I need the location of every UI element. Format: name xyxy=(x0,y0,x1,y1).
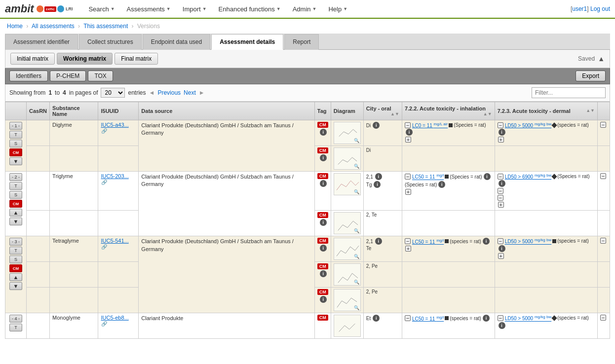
row3-iuuid-link[interactable]: IUC5-541... xyxy=(101,238,128,244)
row3b-zoom-icon[interactable]: 🔍 xyxy=(354,280,359,285)
row4-iuuid-link[interactable]: IUC5-eb8... xyxy=(101,315,128,321)
row2-tox-dermal-minus[interactable]: − xyxy=(498,174,503,180)
row2b-info-icon[interactable]: i xyxy=(320,219,327,226)
row4-dermal-info[interactable]: i xyxy=(499,322,505,329)
final-matrix-button[interactable]: Final matrix xyxy=(115,53,158,65)
row2-ld50-link[interactable]: LD50 > 6900 mg/kg bw xyxy=(505,173,552,180)
row3-lc50-link[interactable]: LC50 = 11 mg/l xyxy=(412,238,444,245)
collapse-button[interactable]: ▲ xyxy=(598,55,605,63)
row3-zoom-icon[interactable]: 🔍 xyxy=(354,254,359,259)
tab-assessment-details[interactable]: Assessment details xyxy=(211,34,283,50)
tab-endpoint-data-used[interactable]: Endpoint data used xyxy=(143,34,210,50)
nav-assessments[interactable]: Assessments ▼ xyxy=(121,0,177,18)
row4-t-button[interactable]: T xyxy=(9,324,22,331)
row2b-diagram[interactable]: 🔍 xyxy=(334,212,361,234)
user-link[interactable]: user1 xyxy=(572,5,587,12)
nav-search[interactable]: Search ▼ xyxy=(82,0,120,18)
tab-assessment-identifier[interactable]: Assessment identifier xyxy=(5,34,78,50)
tox-dermal-sort-icon[interactable]: ▲▼ xyxy=(586,108,595,113)
tab-collect-structures[interactable]: Collect structures xyxy=(79,34,142,50)
row3-tox-inhal-minus[interactable]: − xyxy=(405,238,411,244)
working-matrix-button[interactable]: Working matrix xyxy=(57,53,113,65)
row1-remove-button[interactable]: − xyxy=(600,122,606,128)
row1-zoom-icon[interactable]: 🔍 xyxy=(354,138,359,143)
row1-ld50-link[interactable]: LD50 > 5000 mg/kg bw xyxy=(505,122,552,128)
nav-enhanced-functions[interactable]: Enhanced functions ▼ xyxy=(213,0,287,18)
row2-tox-dermal-minus3[interactable]: − xyxy=(498,195,503,201)
row1-tox-dermal-minus[interactable]: − xyxy=(498,122,503,128)
row3-tox-dermal-plus[interactable]: + xyxy=(498,253,504,259)
row3-diagram[interactable]: 🔍 xyxy=(334,238,361,260)
row3-s-button[interactable]: S xyxy=(9,255,22,263)
row1-tox-inhal-plus[interactable]: + xyxy=(405,137,411,143)
tab-report[interactable]: Report xyxy=(284,34,319,50)
breadcrumb-home[interactable]: Home xyxy=(7,23,23,30)
row1-s-button[interactable]: S xyxy=(9,140,22,147)
row1-diagram[interactable]: 🔍 xyxy=(334,122,361,144)
row2-diagram[interactable]: 🔍 xyxy=(334,173,361,195)
row1b-zoom-icon[interactable]: 🔍 xyxy=(354,164,359,169)
row3-tox-inhal-plus[interactable]: + xyxy=(405,246,411,252)
row2-cm-button[interactable]: CM xyxy=(9,200,22,208)
row1-dermal-info[interactable]: i xyxy=(499,129,505,136)
row4-tox-dermal-minus[interactable]: − xyxy=(498,315,503,321)
row4-tox-inhal-info[interactable]: i xyxy=(483,315,490,322)
row3-remove-button[interactable]: − xyxy=(600,238,606,244)
row1-iuuid-link[interactable]: IUC5-a43... xyxy=(101,122,128,128)
city-oral-sort-icon[interactable]: ▲▼ xyxy=(390,111,399,116)
row1-tox-inhal-minus[interactable]: − xyxy=(405,122,411,128)
row1-lc0-link[interactable]: LC0 = 11 mg/L air xyxy=(412,122,448,128)
logout-link[interactable]: Log out xyxy=(590,5,610,12)
row4-link-icon[interactable]: 🔗 xyxy=(101,321,107,327)
row2-info-icon[interactable]: i xyxy=(320,180,327,187)
row1-link-icon[interactable]: 🔗 xyxy=(101,128,107,134)
row2-tox-inhal-plus[interactable]: + xyxy=(405,189,411,195)
row3-link-icon[interactable]: 🔗 xyxy=(101,244,107,250)
row3-down-button[interactable]: ▼ xyxy=(9,282,22,290)
row3b-info-icon[interactable]: i xyxy=(320,270,327,277)
row1-cm-button[interactable]: CM xyxy=(9,148,22,156)
row1-city-info-icon[interactable]: i xyxy=(373,122,380,129)
row4-tox-inhal-minus[interactable]: − xyxy=(405,315,411,321)
row2-tox-inhal-minus1[interactable]: − xyxy=(405,174,411,180)
row1-tox-inhal-info[interactable]: i xyxy=(406,129,413,136)
row3-cm-button[interactable]: CM xyxy=(9,264,22,272)
row2-iuuid-link[interactable]: IUC5-203... xyxy=(101,173,128,179)
row2-lc50-link[interactable]: LC50 = 11 mg/l xyxy=(412,173,444,180)
row1-tox-dermal-plus[interactable]: + xyxy=(498,137,504,143)
row1b-diagram[interactable]: 🔍 xyxy=(334,147,361,170)
row3-city-info1[interactable]: i xyxy=(375,238,382,245)
row2-t-button[interactable]: T xyxy=(9,182,22,190)
row1-info-icon[interactable]: i xyxy=(320,129,327,136)
row2-zoom-icon[interactable]: 🔍 xyxy=(354,189,359,194)
row3c-zoom-icon[interactable]: 🔍 xyxy=(354,305,359,310)
row2-down-button[interactable]: ▼ xyxy=(9,218,22,225)
nav-admin[interactable]: Admin ▼ xyxy=(287,0,323,18)
nav-help[interactable]: Help ▼ xyxy=(322,0,353,18)
row1-down-button[interactable]: ▼ xyxy=(9,157,22,165)
row4-ld50-link[interactable]: LD50 > 5000 mg/kg bw xyxy=(505,315,552,321)
row3-t-button[interactable]: T xyxy=(9,247,22,255)
identifiers-button[interactable]: Identifiers xyxy=(9,71,48,81)
row2-dermal-info[interactable]: i xyxy=(499,180,505,187)
tox-inhal-sort-icon[interactable]: ▲▼ xyxy=(483,111,492,116)
nav-import[interactable]: Import ▼ xyxy=(177,0,213,18)
next-link[interactable]: Next xyxy=(184,89,196,96)
row2-s-button[interactable]: S xyxy=(9,191,22,199)
row3-ld50-link[interactable]: LD50 > 5000 mg/kg bw xyxy=(505,238,552,244)
row3b-diagram[interactable]: 🔍 xyxy=(334,263,361,286)
tox-button[interactable]: TOX xyxy=(88,71,113,81)
row2-up-button[interactable]: ▲ xyxy=(9,209,22,217)
row4-diagram[interactable] xyxy=(334,315,361,337)
row3-tox-inhal-info[interactable]: i xyxy=(483,238,490,245)
filter-input[interactable] xyxy=(532,87,606,98)
breadcrumb-all-assessments[interactable]: All assessments xyxy=(32,23,75,30)
row2b-zoom-icon[interactable]: 🔍 xyxy=(354,228,359,233)
row2-tox-inhal-info1[interactable]: i xyxy=(484,173,491,180)
previous-link[interactable]: Previous xyxy=(157,89,181,96)
row4-remove-button[interactable]: − xyxy=(600,315,606,321)
row2-tox-dermal-minus2[interactable]: − xyxy=(498,188,503,194)
row2-tox-dermal-plus[interactable]: + xyxy=(498,202,504,208)
initial-matrix-button[interactable]: Initial matrix xyxy=(10,53,55,65)
row2-tox-inhal-info2[interactable]: i xyxy=(438,181,445,188)
